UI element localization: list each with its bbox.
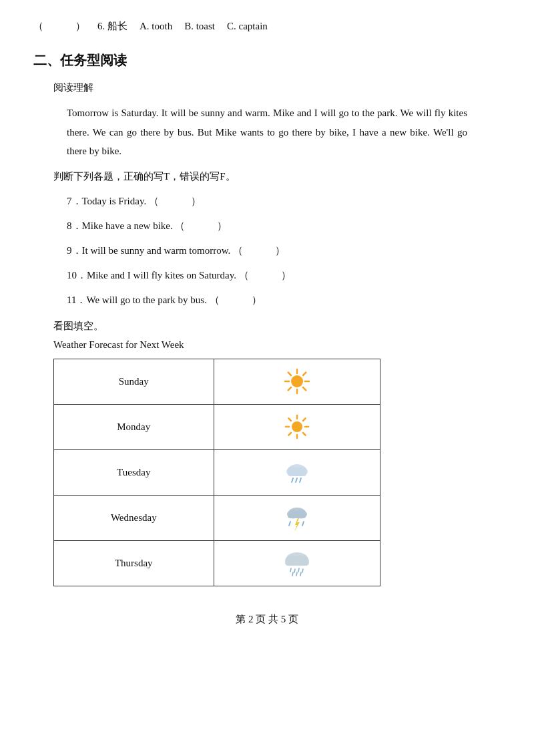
judge-item-11: 11．We will go to the park by bus. （ ） [67, 291, 481, 309]
cloud-rain-light-icon [214, 457, 380, 488]
icon-thursday [214, 540, 380, 586]
page-footer: 第 2 页 共 5 页 [33, 613, 501, 626]
svg-point-17 [292, 421, 302, 432]
thunder-rain-icon [214, 502, 380, 534]
svg-line-24 [300, 478, 301, 482]
svg-line-14 [303, 433, 306, 435]
table-row: Sunday [54, 359, 380, 404]
weather-table: Sunday [53, 359, 380, 586]
icon-wednesday [214, 495, 380, 540]
fill-instruction: 看图填空。 [53, 320, 481, 333]
icon-sunday [214, 359, 380, 404]
svg-line-37 [294, 569, 295, 572]
judge-item-9-text: 9．It will be sunny and warm tomorrow. （ … [67, 245, 285, 256]
q6-optionA: A. tooth [140, 21, 172, 32]
judge-item-8: 8．Mike have a new bike. （ ） [67, 217, 481, 235]
svg-line-30 [289, 522, 290, 526]
svg-line-39 [302, 569, 303, 572]
q6-optionC: C. captain [227, 21, 268, 32]
svg-rect-28 [288, 514, 306, 518]
day-tuesday: Tuesday [54, 449, 214, 495]
svg-line-15 [303, 418, 306, 421]
judge-item-11-text: 11．We will go to the park by bus. （ ） [67, 295, 262, 305]
judge-item-10-text: 10．Mike and I will fly kites on Saturday… [67, 270, 291, 280]
icon-monday [214, 404, 380, 449]
svg-line-23 [296, 478, 297, 482]
judge-instruction: 判断下列各题，正确的写T，错误的写F。 [53, 170, 481, 183]
cloud-rain-icon [214, 548, 380, 579]
table-row: Thursday [54, 540, 380, 586]
svg-line-7 [288, 387, 290, 390]
svg-line-36 [290, 568, 291, 572]
table-row: Wednesday [54, 495, 380, 540]
svg-line-16 [288, 433, 291, 435]
sun-bright-icon [214, 366, 380, 397]
sun-icon [214, 411, 380, 443]
question-6: （ ） 6. 船长 A. tooth B. toast C. captain [33, 20, 501, 33]
svg-rect-35 [285, 560, 309, 566]
svg-line-31 [302, 522, 304, 526]
q6-label: 6. 船长 [97, 20, 127, 33]
svg-line-6 [303, 373, 306, 375]
icon-tuesday [214, 449, 380, 495]
day-monday: Monday [54, 404, 214, 449]
svg-line-40 [292, 572, 293, 576]
svg-line-5 [303, 387, 306, 390]
svg-point-8 [291, 375, 303, 387]
judge-item-9: 9．It will be sunny and warm tomorrow. （ … [67, 242, 481, 260]
svg-line-13 [288, 418, 291, 421]
svg-marker-29 [294, 518, 300, 532]
judge-item-7: 7．Today is Friday. （ ） [67, 192, 481, 210]
svg-line-42 [300, 572, 301, 576]
judge-item-10: 10．Mike and I will fly kites on Saturday… [67, 266, 481, 285]
q6-blank: （ ） [33, 20, 85, 33]
q6-optionB: B. toast [184, 21, 215, 32]
passage-text: Tomorrow is Saturday. It will be sunny a… [67, 104, 467, 161]
day-wednesday: Wednesday [54, 495, 214, 540]
svg-line-41 [296, 572, 297, 576]
weather-title: Weather Forecast for Next Week [53, 339, 481, 351]
svg-rect-21 [288, 471, 306, 476]
day-thursday: Thursday [54, 540, 214, 586]
page-info: 第 2 页 共 5 页 [236, 614, 298, 624]
section2-title: 二、任务型阅读 [33, 51, 501, 69]
svg-line-4 [288, 373, 290, 375]
table-row: Monday [54, 404, 380, 449]
svg-line-38 [298, 568, 299, 572]
judge-item-7-text: 7．Today is Friday. （ ） [67, 196, 201, 206]
sub-label: 阅读理解 [53, 81, 501, 94]
table-row: Tuesday [54, 449, 380, 495]
svg-line-22 [292, 478, 293, 482]
judge-item-8-text: 8．Mike have a new bike. （ ） [67, 220, 227, 231]
day-sunday: Sunday [54, 359, 214, 404]
